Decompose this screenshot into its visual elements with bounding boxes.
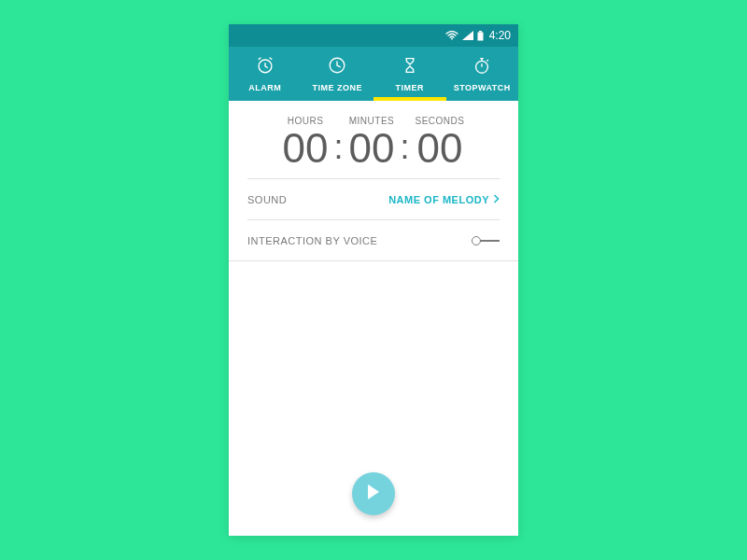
tab-label: STOPWATCH <box>454 83 511 92</box>
hours-picker[interactable]: HOURS 00 <box>283 116 329 169</box>
tab-alarm[interactable]: ALARM <box>229 47 302 101</box>
content-area: HOURS 00 : MINUTES 00 : SECONDS 00 SOUND… <box>229 101 518 536</box>
tab-timezone[interactable]: TIME ZONE <box>302 47 374 101</box>
svg-point-0 <box>451 38 453 40</box>
seconds-picker[interactable]: SECONDS 00 <box>415 116 464 169</box>
voice-row: INTERACTION BY VOICE <box>229 220 518 261</box>
tab-bar: ALARM TIME ZONE TIMER STOPWATCH <box>229 47 518 101</box>
sound-label: SOUND <box>247 194 287 205</box>
alarm-icon <box>255 55 275 79</box>
tab-timer[interactable]: TIMER <box>374 47 446 101</box>
hours-value: 00 <box>283 128 329 169</box>
fab-area <box>229 472 518 536</box>
sound-value-text: NAME OF MELODY <box>388 194 489 205</box>
tab-stopwatch[interactable]: STOPWATCH <box>446 47 519 101</box>
statusbar-time: 4:20 <box>489 29 511 42</box>
phone-frame: 4:20 ALARM TIME ZONE TIMER STOPWATCH <box>229 24 518 536</box>
play-icon <box>366 483 381 504</box>
status-bar: 4:20 <box>229 24 518 47</box>
svg-rect-1 <box>479 31 482 33</box>
stopwatch-icon <box>472 55 492 79</box>
tab-label: TIMER <box>396 83 425 92</box>
hourglass-icon <box>400 55 420 79</box>
signal-icon <box>462 31 473 40</box>
clock-icon <box>327 55 347 79</box>
time-separator: : <box>394 128 415 169</box>
start-button[interactable] <box>352 472 395 515</box>
svg-rect-2 <box>477 32 483 40</box>
seconds-value: 00 <box>416 128 462 169</box>
time-picker: HOURS 00 : MINUTES 00 : SECONDS 00 <box>247 101 500 179</box>
time-separator: : <box>329 128 349 169</box>
voice-label: INTERACTION BY VOICE <box>247 235 377 246</box>
minutes-picker[interactable]: MINUTES 00 <box>349 116 395 169</box>
chevron-right-icon <box>493 194 500 205</box>
wifi-icon <box>445 31 458 40</box>
sound-row[interactable]: SOUND NAME OF MELODY <box>247 179 500 220</box>
tab-label: ALARM <box>248 83 281 92</box>
voice-toggle[interactable] <box>472 235 500 246</box>
sound-value[interactable]: NAME OF MELODY <box>388 194 500 205</box>
tab-label: TIME ZONE <box>313 83 363 92</box>
minutes-value: 00 <box>349 128 395 169</box>
battery-icon <box>477 31 484 41</box>
